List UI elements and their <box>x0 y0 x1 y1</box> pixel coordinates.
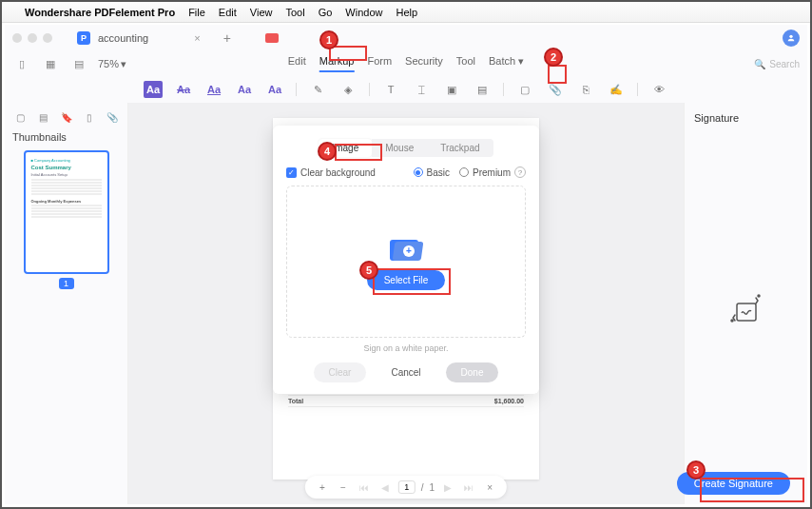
folder-upload-icon: + <box>390 234 422 261</box>
tab-batch[interactable]: Batch ▾ <box>489 55 524 72</box>
sidebar-toggle-icon[interactable]: ▯ <box>12 56 31 71</box>
modal-hint: Sign on a white paper. <box>286 343 526 353</box>
macos-menubar: Wondershare PDFelement Pro File Edit Vie… <box>2 2 810 23</box>
done-button[interactable]: Done <box>446 362 499 382</box>
view-mode-icon[interactable]: ▤ <box>69 56 88 71</box>
zoom-dropdown[interactable]: 75% ▾ <box>98 58 126 70</box>
clear-button[interactable]: Clear <box>314 362 367 382</box>
chevron-down-icon: ▾ <box>121 58 126 70</box>
page-total: 1 <box>430 482 435 493</box>
markup-toolbar: Aa Aa Aa Aa Aa ✎ ◈ T ⌶ ▣ ▤ ▢ 📎 ⎘ ✍ 👁 <box>5 76 807 103</box>
text-box-tool-icon[interactable]: T <box>381 81 400 98</box>
first-page-icon[interactable]: ⏮ <box>357 480 372 495</box>
thumb-title: Cost Summary <box>31 165 102 170</box>
page-input[interactable] <box>398 480 416 494</box>
bookmark-tab-icon[interactable]: 🔖 <box>60 110 73 124</box>
add-tab-icon[interactable]: + <box>223 30 231 46</box>
tab-form[interactable]: Form <box>367 55 392 72</box>
tab-edit[interactable]: Edit <box>288 55 306 72</box>
basic-label: Basic <box>427 167 450 178</box>
sidebar-title: Thumbnails <box>12 131 120 143</box>
menu-edit[interactable]: Edit <box>219 7 237 18</box>
squiggly-tool-icon[interactable]: Aa <box>235 81 254 98</box>
next-page-icon[interactable]: ▶ <box>440 480 455 495</box>
menu-window[interactable]: Window <box>345 7 382 18</box>
insert-text-tool-icon[interactable]: Aa <box>265 81 284 98</box>
titlebar: P accounting × + <box>5 25 807 51</box>
eraser-tool-icon[interactable]: ◈ <box>338 81 358 98</box>
divider <box>637 83 638 96</box>
app-name[interactable]: Wondershare PDFelement Pro <box>25 7 175 18</box>
dropzone[interactable]: + Select File <box>286 186 526 338</box>
menu-file[interactable]: File <box>188 7 205 18</box>
mode-tabs: Edit Markup Form Security Tool Batch ▾ <box>288 55 524 72</box>
select-file-button[interactable]: Select File <box>367 270 446 290</box>
thumbnails-tab-icon[interactable]: ▢ <box>14 110 28 124</box>
modal-tab-mouse[interactable]: Mouse <box>372 139 427 157</box>
callout-tool-icon[interactable]: ⌶ <box>412 81 431 98</box>
zoom-in-icon[interactable]: + <box>315 480 330 495</box>
note-tool-icon[interactable]: ▣ <box>442 81 461 98</box>
clear-background-checkbox[interactable]: ✓ <box>286 167 297 178</box>
modal-tab-trackpad[interactable]: Trackpad <box>427 139 493 157</box>
callout-5: 5 <box>359 261 378 280</box>
thumbnails-toggle-icon[interactable]: ▦ <box>41 56 60 71</box>
strikethrough-tool-icon[interactable]: Aa <box>174 81 193 98</box>
page-sep: / <box>421 482 424 493</box>
highlight-tool-icon[interactable]: Aa <box>144 81 163 98</box>
callout-4: 4 <box>318 142 337 161</box>
menu-help[interactable]: Help <box>396 7 417 18</box>
menu-view[interactable]: View <box>250 7 273 18</box>
comments-tab-icon[interactable]: ▯ <box>83 110 96 124</box>
outline-tab-icon[interactable]: ▤ <box>37 110 50 124</box>
basic-radio[interactable] <box>414 167 423 177</box>
tab-title: accounting <box>98 32 148 44</box>
prev-page-icon[interactable]: ◀ <box>377 480 393 495</box>
user-avatar[interactable] <box>783 29 800 47</box>
text-comment-tool-icon[interactable]: ▤ <box>473 81 492 98</box>
chevron-down-icon: ▾ <box>518 55 524 67</box>
menu-tool[interactable]: Tool <box>285 7 304 18</box>
page-navigator: + − ⏮ ◀ / 1 ▶ ⏭ × <box>305 476 507 499</box>
thumbnail-page-number: 1 <box>59 278 74 289</box>
hide-annotations-icon[interactable]: 👁 <box>649 81 668 98</box>
sidebar: ▢ ▤ 🔖 ▯ 📎 Thumbnails ■ Company Accountin… <box>5 103 128 504</box>
cancel-button[interactable]: Cancel <box>376 362 435 382</box>
tab-markup[interactable]: Markup <box>319 55 355 72</box>
zoom-out-icon[interactable]: − <box>336 480 351 495</box>
callout-3: 3 <box>686 460 706 480</box>
pdf-icon: P <box>77 31 90 45</box>
close-tab-icon[interactable]: × <box>194 32 200 44</box>
right-panel-title: Signature <box>694 112 798 124</box>
tab-tool[interactable]: Tool <box>456 55 475 72</box>
pencil-tool-icon[interactable]: ✎ <box>308 81 327 98</box>
search-icon: 🔍 <box>754 59 765 69</box>
search-box[interactable]: 🔍 Search <box>754 59 800 69</box>
divider <box>369 83 370 96</box>
stamp-tool-icon[interactable]: ⎘ <box>576 81 595 98</box>
close-pager-icon[interactable]: × <box>482 480 497 495</box>
underline-tool-icon[interactable]: Aa <box>204 81 223 98</box>
callout-2: 2 <box>544 48 563 67</box>
last-page-icon[interactable]: ⏭ <box>461 480 476 495</box>
signature-illustration-icon <box>694 290 798 328</box>
signature-tool-icon[interactable]: ✍ <box>607 81 626 98</box>
app-switcher-icon[interactable] <box>265 33 279 43</box>
rectangle-tool-icon[interactable]: ▢ <box>515 81 534 98</box>
premium-label: Premium <box>473 167 511 178</box>
svg-point-0 <box>789 35 792 38</box>
menu-go[interactable]: Go <box>319 7 333 18</box>
document-tab[interactable]: P accounting × <box>77 31 201 45</box>
premium-radio[interactable] <box>459 167 469 177</box>
traffic-lights[interactable] <box>12 33 52 43</box>
tab-security[interactable]: Security <box>405 55 443 72</box>
thumb-logo: ■ Company Accounting <box>31 158 102 163</box>
svg-rect-1 <box>737 303 756 321</box>
search-placeholder: Search <box>769 59 800 69</box>
attachment-tool-icon[interactable]: 📎 <box>546 81 565 98</box>
divider <box>503 83 504 96</box>
attachments-tab-icon[interactable]: 📎 <box>106 110 119 124</box>
help-icon[interactable]: ? <box>514 166 526 178</box>
page-thumbnail[interactable]: ■ Company Accounting Cost Summary Initia… <box>24 150 109 274</box>
modal-options-row: ✓ Clear background Basic Premium ? <box>286 166 526 178</box>
